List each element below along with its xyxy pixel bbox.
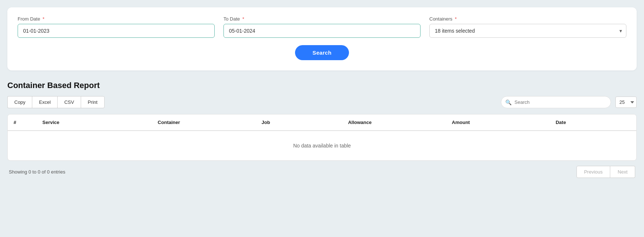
to-date-label: To Date * [223, 16, 421, 22]
to-date-field: To Date * [223, 16, 421, 38]
report-section: Container Based Report Copy Excel CSV Pr… [7, 81, 637, 179]
containers-label: Containers * [429, 16, 626, 22]
search-icon: 🔍 [505, 99, 512, 105]
table-search-wrapper: 🔍 [501, 96, 611, 108]
data-table: # Service Container Job Allowance Amount… [8, 114, 636, 160]
col-header-job: Job [256, 114, 342, 131]
print-button[interactable]: Print [81, 96, 105, 108]
to-date-input[interactable] [223, 24, 421, 38]
toolbar-right: 🔍 25 10 50 100 [501, 96, 637, 108]
table-toolbar: Copy Excel CSV Print 🔍 25 10 50 100 [7, 96, 637, 108]
no-data-message: No data available in table [8, 131, 636, 160]
toolbar-buttons: Copy Excel CSV Print [7, 96, 105, 108]
filter-row: From Date * To Date * Containers * 18 it… [18, 16, 626, 38]
pagination-buttons: Previous Next [576, 166, 635, 178]
per-page-select[interactable]: 25 10 50 100 [615, 96, 637, 108]
containers-select[interactable]: 18 items selected [429, 24, 626, 38]
containers-required: * [455, 16, 457, 22]
showing-text: Showing 0 to 0 of 0 entries [9, 169, 65, 175]
containers-field: Containers * 18 items selected ▾ [429, 16, 626, 38]
report-title: Container Based Report [7, 81, 637, 90]
table-header-row: # Service Container Job Allowance Amount… [8, 114, 636, 131]
containers-select-wrapper: 18 items selected ▾ [429, 24, 626, 38]
csv-button[interactable]: CSV [57, 96, 81, 108]
excel-button[interactable]: Excel [32, 96, 57, 108]
from-date-input[interactable] [18, 24, 215, 38]
copy-button[interactable]: Copy [7, 96, 32, 108]
table-footer: Showing 0 to 0 of 0 entries Previous Nex… [7, 161, 637, 179]
previous-button[interactable]: Previous [576, 166, 611, 178]
filter-card: From Date * To Date * Containers * 18 it… [7, 7, 637, 70]
search-button[interactable]: Search [295, 45, 349, 60]
from-date-label: From Date * [18, 16, 215, 22]
table-container: # Service Container Job Allowance Amount… [7, 114, 637, 161]
no-data-row: No data available in table [8, 131, 636, 160]
from-date-field: From Date * [18, 16, 215, 38]
col-header-date: Date [550, 114, 636, 131]
col-header-hash: # [8, 114, 37, 131]
from-date-required: * [43, 16, 44, 22]
col-header-amount: Amount [446, 114, 550, 131]
to-date-required: * [242, 16, 244, 22]
col-header-service: Service [37, 114, 152, 131]
search-btn-row: Search [18, 45, 626, 60]
table-search-input[interactable] [501, 96, 611, 108]
col-header-allowance: Allowance [342, 114, 446, 131]
col-header-container: Container [152, 114, 256, 131]
next-button[interactable]: Next [610, 166, 635, 178]
